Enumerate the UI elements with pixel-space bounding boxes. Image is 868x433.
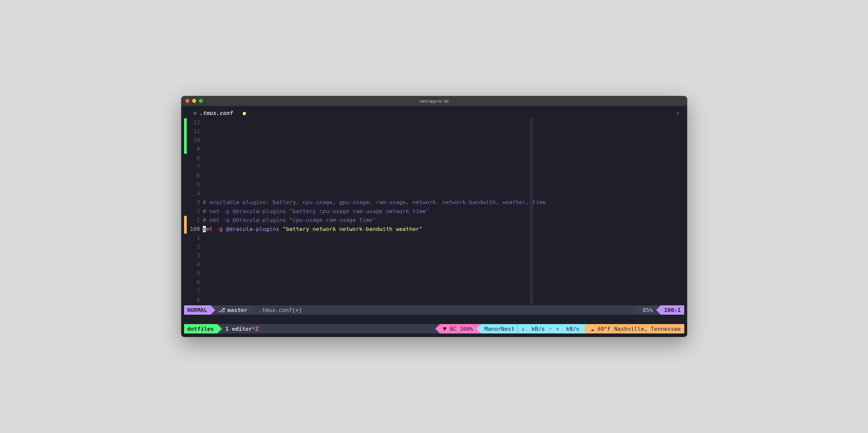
code-line[interactable]: 1# set -g @dracula-plugins "cpu-usage ra… [184, 216, 684, 225]
vim-mode: NORMAL [187, 307, 208, 313]
line-number: 2 [187, 207, 203, 216]
code-area[interactable]: 1211109876543# available plugins: batter… [184, 118, 684, 305]
code-line[interactable]: 2 [184, 243, 684, 252]
code-line[interactable]: 3# available plugins: battery, cpu-usage… [184, 198, 684, 207]
line-number: 12 [187, 118, 203, 127]
tmux-window-tab[interactable]: 1 editor *Z [222, 324, 262, 333]
line-content [203, 269, 684, 278]
sign-column [184, 234, 187, 243]
code-line[interactable]: 1 [184, 234, 684, 243]
sign-column [184, 207, 187, 216]
line-content [203, 118, 684, 127]
code-line[interactable]: 5 [184, 180, 684, 189]
tmux-bandwidth-down: kB/s [531, 326, 545, 332]
sign-column [184, 118, 187, 127]
code-line[interactable]: 11 [184, 127, 684, 136]
gear-icon: ⚙ [193, 109, 197, 118]
line-content: # available plugins: battery, cpu-usage,… [203, 198, 684, 207]
code-line[interactable]: 6 [184, 172, 684, 180]
code-line[interactable]: 3 [184, 252, 684, 260]
sign-column [184, 252, 187, 260]
code-line[interactable]: 9 [184, 145, 684, 154]
zoom-window-button[interactable] [199, 99, 203, 103]
sign-column [184, 172, 187, 180]
sign-column [184, 296, 187, 305]
tmux-battery-label: AC 100% [450, 326, 473, 332]
line-content [203, 180, 684, 189]
line-number: 7 [187, 287, 203, 296]
code-line[interactable]: 8 [184, 296, 684, 305]
tmux-network-ssid: ManorNest [485, 326, 514, 332]
line-content [203, 287, 684, 296]
code-line[interactable]: 5 [184, 269, 684, 278]
code-line[interactable]: 12 [184, 118, 684, 127]
cursor: s [203, 226, 206, 232]
tmux-battery-segment: ♥ AC 100% [440, 324, 476, 333]
line-content [203, 234, 684, 243]
sign-column [184, 225, 187, 234]
close-window-button[interactable] [185, 99, 189, 103]
code-line[interactable]: 4 [184, 260, 684, 269]
sign-column [184, 127, 187, 136]
sign-column [184, 180, 187, 189]
line-number: 100 [187, 225, 203, 234]
tmux-session: dotfiles [187, 326, 214, 332]
titlebar[interactable]: next-app-ts: tat [181, 96, 687, 106]
cloud-icon: ☁ [591, 326, 594, 332]
sign-column [184, 243, 187, 252]
line-number: 8 [187, 296, 203, 305]
tmux-bandwidth-up: kB/s [566, 326, 580, 332]
close-tab-icon[interactable]: ✕ [676, 109, 680, 118]
line-content [203, 252, 684, 260]
heart-icon: ♥ [443, 326, 446, 332]
code-line[interactable]: 100set -g @dracula-plugins "battery netw… [184, 225, 684, 234]
line-number: 6 [187, 172, 203, 180]
line-content [203, 296, 684, 305]
git-branch: master [227, 307, 247, 313]
code-line[interactable]: 7 [184, 287, 684, 296]
terminal-body[interactable]: ⚙ .tmux.conf ● ✕ 1211109876543# availabl… [181, 106, 687, 337]
line-content: # set -g @dracula-plugins "battery cpu-u… [203, 207, 684, 216]
editor[interactable]: ⚙ .tmux.conf ● ✕ 1211109876543# availabl… [184, 108, 684, 305]
minimize-window-button[interactable] [192, 99, 196, 103]
line-number: 5 [187, 180, 203, 189]
tmux-window-name: editor [232, 326, 252, 332]
line-number: 11 [187, 127, 203, 136]
command-line-row[interactable] [184, 315, 684, 324]
down-arrow-icon: ↓ [521, 326, 525, 332]
line-number: 3 [187, 198, 203, 207]
line-content [203, 145, 684, 154]
line-number: 3 [187, 252, 203, 260]
status-percent: 85% [643, 307, 653, 313]
tmux-weather-text: 69°F Nashville, Tennessee [597, 326, 681, 332]
window-title: next-app-ts: tat [181, 99, 687, 104]
sign-column [184, 278, 187, 287]
code-line[interactable]: 8 [184, 154, 684, 163]
sign-column [184, 154, 187, 163]
tmux-window-flags: *Z [252, 326, 258, 332]
tmux-statusline: dotfiles 1 editor *Z ♥ AC 100% ManorNest… [184, 324, 684, 333]
code-line[interactable]: 4 [184, 189, 684, 198]
line-number: 1 [187, 216, 203, 225]
line-content: set -g @dracula-plugins "battery network… [203, 225, 684, 234]
sign-column [184, 287, 187, 296]
line-content [203, 172, 684, 180]
code-line[interactable]: 7 [184, 163, 684, 172]
buffer-tab[interactable]: ⚙ .tmux.conf ● ✕ [184, 108, 684, 118]
code-line[interactable]: 10 [184, 136, 684, 145]
line-number: 5 [187, 269, 203, 278]
code-line[interactable]: 6 [184, 278, 684, 287]
tmux-bandwidth-segment: ↓ kB/s • ↑ kB/s [518, 324, 583, 333]
terminal-window: next-app-ts: tat ⚙ .tmux.conf ● ✕ 121110… [181, 96, 687, 337]
code-line[interactable]: 2# set -g @dracula-plugins "battery cpu-… [184, 207, 684, 216]
line-number: 2 [187, 243, 203, 252]
tmux-window-index: 1 [225, 326, 229, 332]
sign-column [184, 198, 187, 207]
line-content [203, 243, 684, 252]
sign-column [184, 163, 187, 172]
sign-column [184, 216, 187, 225]
sign-column [184, 145, 187, 154]
traffic-lights [181, 99, 203, 103]
line-content [203, 136, 684, 145]
buffer-filename: .tmux.conf [199, 109, 232, 118]
